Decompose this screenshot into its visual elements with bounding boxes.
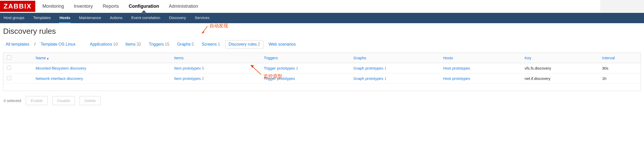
graph-prototypes-link[interactable]: Graph prototypes [353,66,383,70]
page-title: Discovery rules [3,27,641,36]
rule-key: vfs.fs.discovery [525,66,551,70]
item-prototypes-count: 2 [202,76,204,81]
rule-name-link[interactable]: Mounted filesystem discovery [36,66,86,70]
rule-key: net.if.discovery [525,76,550,81]
select-all-checkbox[interactable] [7,55,11,60]
header-items[interactable]: Items [171,53,260,63]
selected-count: 0 selected [4,98,21,103]
sort-asc-icon: ▲ [46,57,49,60]
header-interval[interactable]: Interval [598,53,641,63]
sub-nav: Host groups Templates Hosts Maintenance … [0,13,644,23]
item-prototypes-link[interactable]: Item prototypes [174,76,201,81]
tab-items[interactable]: Items32 [123,40,144,48]
main-nav: Monitoring Inventory Reports Configurati… [42,0,198,12]
tab-web-scenarios[interactable]: Web scenarios [266,40,298,48]
tab-triggers[interactable]: Triggers15 [146,40,172,48]
disable-button[interactable]: Disable [52,96,75,105]
breadcrumb-template[interactable]: Template OS Linux [38,40,78,48]
host-prototypes-link[interactable]: Host prototypes [443,66,470,70]
subnav-event-correlation[interactable]: Event correlation [131,13,161,23]
table-spacer [3,84,641,91]
trigger-prototypes-link[interactable]: Trigger prototypes [264,76,295,81]
header-triggers[interactable]: Triggers [260,53,350,63]
subnav-templates[interactable]: Templates [33,13,51,23]
header-graphs[interactable]: Graphs [350,53,439,63]
nav-inventory[interactable]: Inventory [74,0,93,12]
breadcrumb: All templates / Template OS Linux Applic… [3,40,641,48]
tab-screens[interactable]: Screens1 [199,40,223,48]
host-prototypes-link[interactable]: Host prototypes [443,76,470,81]
subnav-services[interactable]: Services [194,13,210,23]
nav-configuration[interactable]: Configuration [129,0,159,12]
nav-reports[interactable]: Reports [103,0,119,12]
subnav-host-groups[interactable]: Host groups [3,13,25,23]
tab-discovery-rules[interactable]: Discovery rules2 [225,40,263,48]
subnav-discovery[interactable]: Discovery [169,13,187,23]
trigger-prototypes-link[interactable]: Trigger prototypes [264,66,295,70]
breadcrumb-sep: / [34,42,36,47]
rule-name-link[interactable]: Network interface discovery [36,76,83,81]
page-body: Discovery rules 自动发现 All templates / Tem… [0,23,644,110]
header-key[interactable]: Key [521,53,598,63]
nav-administration[interactable]: Administration [169,0,198,12]
header-checkbox-cell [3,53,32,63]
footer-bar: 0 selected Enable Disable Delete [3,91,641,110]
row-checkbox[interactable] [7,76,11,80]
breadcrumb-all-templates[interactable]: All templates [3,40,32,48]
discovery-rules-table: Name▲ Items Triggers Graphs Hosts Key In… [3,53,641,91]
rule-interval: 30s [602,66,608,70]
table-row: Network interface discovery Item prototy… [3,73,641,84]
row-checkbox[interactable] [7,66,11,70]
trigger-prototypes-count: 2 [296,66,298,70]
subnav-hosts[interactable]: Hosts [59,13,71,23]
nav-monitoring[interactable]: Monitoring [42,0,64,12]
item-prototypes-count: 5 [202,66,204,70]
header-right-box [600,0,644,13]
graph-prototypes-count: 1 [384,76,386,81]
rule-interval: 1h [602,76,606,81]
item-prototypes-link[interactable]: Item prototypes [174,66,201,70]
table-header-row: Name▲ Items Triggers Graphs Hosts Key In… [3,53,641,63]
logo[interactable]: ZABBIX [0,1,35,12]
graph-prototypes-count: 1 [384,66,386,70]
enable-button[interactable]: Enable [26,96,48,105]
top-header: ZABBIX Monitoring Inventory Reports Conf… [0,0,644,13]
header-name[interactable]: Name▲ [32,53,170,63]
table-row: Mounted filesystem discovery Item protot… [3,63,641,73]
tab-graphs[interactable]: Graphs5 [175,40,196,48]
header-hosts[interactable]: Hosts [440,53,521,63]
tab-applications[interactable]: Applications10 [87,40,120,48]
subnav-actions[interactable]: Actions [109,13,123,23]
subnav-maintenance[interactable]: Maintenance [79,13,102,23]
graph-prototypes-link[interactable]: Graph prototypes [353,76,383,81]
delete-button[interactable]: Delete [80,96,100,105]
